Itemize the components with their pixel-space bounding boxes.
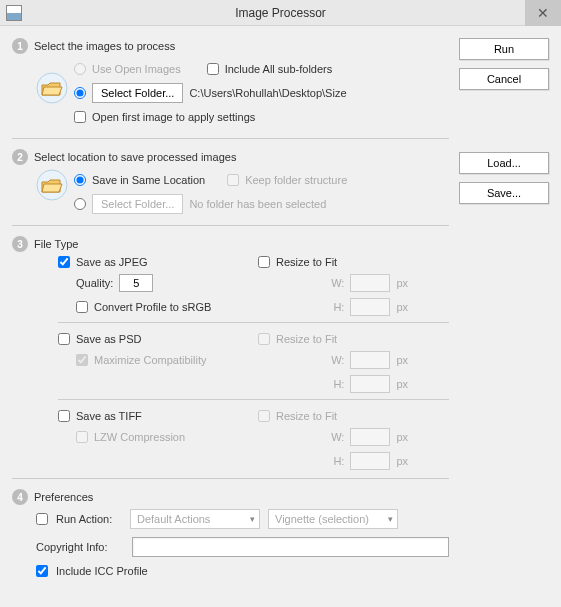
section-select-images: 1 Select the images to process Use Open … xyxy=(12,38,449,130)
tiff-h-input xyxy=(350,452,390,470)
section-save-location: 2 Select location to save processed imag… xyxy=(12,149,449,217)
section-preferences: 4 Preferences Run Action: Default Action… xyxy=(12,489,449,577)
lzw-label: LZW Compression xyxy=(94,431,185,443)
section-2-title: Select location to save processed images xyxy=(34,151,236,163)
no-folder-selected-label: No folder has been selected xyxy=(189,198,326,210)
save-same-location-radio[interactable] xyxy=(74,174,86,186)
step-badge-3: 3 xyxy=(12,236,28,252)
section-1-title: Select the images to process xyxy=(34,40,175,52)
run-action-label: Run Action: xyxy=(56,513,122,525)
save-as-tiff-checkbox[interactable] xyxy=(58,410,70,422)
tiff-resize-label: Resize to Fit xyxy=(276,410,337,422)
include-subfolders-label: Include All sub-folders xyxy=(225,63,333,75)
jpeg-h-label: H: xyxy=(333,301,344,313)
psd-h-input xyxy=(350,375,390,393)
save-as-psd-checkbox[interactable] xyxy=(58,333,70,345)
titlebar: Image Processor ✕ xyxy=(0,0,561,26)
max-compat-label: Maximize Compatibility xyxy=(94,354,206,366)
tiff-w-input xyxy=(350,428,390,446)
include-icc-checkbox[interactable] xyxy=(36,565,48,577)
run-button[interactable]: Run xyxy=(459,38,549,60)
save-as-jpeg-label: Save as JPEG xyxy=(76,256,148,268)
copyright-input[interactable] xyxy=(132,537,449,557)
psd-h-label: H: xyxy=(333,378,344,390)
keep-folder-structure-label: Keep folder structure xyxy=(245,174,347,186)
close-button[interactable]: ✕ xyxy=(525,0,561,26)
px-label: px xyxy=(396,301,408,313)
save-as-jpeg-checkbox[interactable] xyxy=(58,256,70,268)
divider xyxy=(12,478,449,479)
px-label: px xyxy=(396,277,408,289)
copyright-label: Copyright Info: xyxy=(36,541,124,553)
include-subfolders-checkbox[interactable] xyxy=(207,63,219,75)
step-badge-1: 1 xyxy=(12,38,28,54)
action-name-value: Vignette (selection) xyxy=(275,513,369,525)
save-as-tiff-label: Save as TIFF xyxy=(76,410,142,422)
jpeg-resize-label: Resize to Fit xyxy=(276,256,337,268)
jpeg-resize-checkbox[interactable] xyxy=(258,256,270,268)
section-4-title: Preferences xyxy=(34,491,93,503)
cancel-button[interactable]: Cancel xyxy=(459,68,549,90)
divider xyxy=(12,138,449,139)
open-first-image-label: Open first image to apply settings xyxy=(92,111,255,123)
step-badge-2: 2 xyxy=(12,149,28,165)
tiff-resize-checkbox xyxy=(258,410,270,422)
quality-label: Quality: xyxy=(76,277,113,289)
psd-resize-checkbox xyxy=(258,333,270,345)
source-folder-path: C:\Users\Rohullah\Desktop\Size xyxy=(189,87,346,99)
step-badge-4: 4 xyxy=(12,489,28,505)
open-first-image-checkbox[interactable] xyxy=(74,111,86,123)
max-compat-checkbox xyxy=(76,354,88,366)
include-icc-label: Include ICC Profile xyxy=(56,565,148,577)
run-action-checkbox[interactable] xyxy=(36,513,48,525)
divider xyxy=(58,322,449,323)
action-set-select[interactable]: Default Actions ▾ xyxy=(130,509,260,529)
section-file-type: 3 File Type Save as JPEG Resize to Fit Q… xyxy=(12,236,449,470)
action-set-value: Default Actions xyxy=(137,513,210,525)
quality-input[interactable] xyxy=(119,274,153,292)
convert-srgb-checkbox[interactable] xyxy=(76,301,88,313)
select-folder-button-2: Select Folder... xyxy=(92,194,183,214)
window-title: Image Processor xyxy=(235,6,326,20)
section-3-title: File Type xyxy=(34,238,78,250)
lzw-checkbox xyxy=(76,431,88,443)
jpeg-h-input xyxy=(350,298,390,316)
folder-open-icon xyxy=(36,72,68,104)
divider xyxy=(12,225,449,226)
select-folder-button-1[interactable]: Select Folder... xyxy=(92,83,183,103)
load-button[interactable]: Load... xyxy=(459,152,549,174)
px-label: px xyxy=(396,431,408,443)
folder-open-icon xyxy=(36,169,68,201)
px-label: px xyxy=(396,354,408,366)
convert-srgb-label: Convert Profile to sRGB xyxy=(94,301,211,313)
jpeg-w-label: W: xyxy=(331,277,344,289)
save-as-psd-label: Save as PSD xyxy=(76,333,141,345)
divider xyxy=(58,399,449,400)
psd-w-input xyxy=(350,351,390,369)
tiff-h-label: H: xyxy=(333,455,344,467)
select-folder-radio[interactable] xyxy=(74,87,86,99)
save-button[interactable]: Save... xyxy=(459,182,549,204)
use-open-images-label: Use Open Images xyxy=(92,63,181,75)
keep-folder-structure-checkbox xyxy=(227,174,239,186)
chevron-down-icon: ▾ xyxy=(250,514,255,524)
tiff-w-label: W: xyxy=(331,431,344,443)
choose-save-folder-radio[interactable] xyxy=(74,198,86,210)
chevron-down-icon: ▾ xyxy=(388,514,393,524)
use-open-images-radio xyxy=(74,63,86,75)
app-icon xyxy=(6,5,22,21)
psd-resize-label: Resize to Fit xyxy=(276,333,337,345)
px-label: px xyxy=(396,455,408,467)
close-icon: ✕ xyxy=(537,5,549,21)
psd-w-label: W: xyxy=(331,354,344,366)
px-label: px xyxy=(396,378,408,390)
jpeg-w-input xyxy=(350,274,390,292)
action-name-select[interactable]: Vignette (selection) ▾ xyxy=(268,509,398,529)
save-same-location-label: Save in Same Location xyxy=(92,174,205,186)
